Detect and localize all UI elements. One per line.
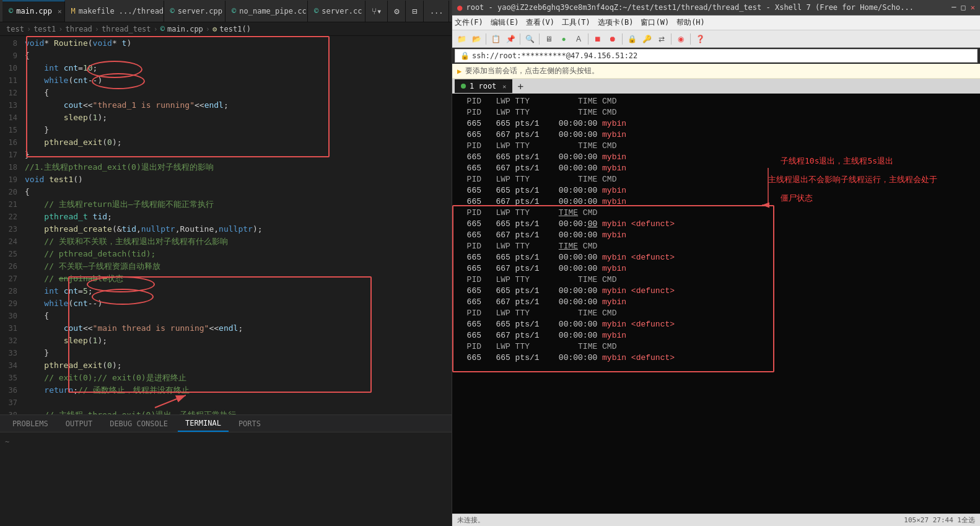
maximize-button[interactable]: □ <box>961 3 966 12</box>
bottom-panel: PROBLEMS OUTPUT DEBUG CONSOLE TERMINAL P… <box>0 414 452 526</box>
tab-problems[interactable]: PROBLEMS <box>5 416 56 432</box>
tab-git-icon[interactable]: ⑂▾ <box>365 1 388 22</box>
code-line-34: 34 pthread_exit(0); <box>0 359 452 372</box>
terminal-line-header6: PID LWP TTY TIME CMD <box>457 241 975 252</box>
xshell-title: root - yao@iZ2zeb6ghq39ce8m3nf4oqZ:~/tes… <box>466 3 913 12</box>
code-line-24: 24 // 关联和不关联，主线程退出对子线程有什么影响 <box>0 235 452 248</box>
code-line-23: 23 pthread_create(&tid,nullptr,Routine,n… <box>0 223 452 235</box>
code-line-27: 27 // enjoinable状态 <box>0 273 452 285</box>
xshell-tab-label: 1 root <box>470 82 496 90</box>
menu-file[interactable]: 文件(F) <box>455 17 483 28</box>
xshell-titlebar: ● root - yao@iZ2zeb6ghq39ce8m3nf4oqZ:~/t… <box>452 0 980 15</box>
xshell-add-tab[interactable]: + <box>514 81 527 92</box>
code-line-38: 38 // 主线程 thread exit(0)退出，子线程正常执行 <box>0 409 452 414</box>
code-line-17: 17 } <box>0 149 452 161</box>
cc-icon2: © <box>314 7 318 15</box>
toolbar-font[interactable]: A <box>572 32 585 46</box>
terminal-line-5: 665 665 pts/1 00:00:00 mybin <box>457 185 975 196</box>
cc-icon: © <box>232 7 236 15</box>
close-button[interactable]: ✕ <box>971 3 975 12</box>
tab-no-name-pipe[interactable]: © no_name_pipe.cc <box>225 1 308 22</box>
toolbar-record[interactable]: ⏺ <box>606 32 619 46</box>
toolbar-search[interactable]: 🔍 <box>523 32 536 46</box>
tip-text: 要添加当前会话，点击左侧的箭头按钮。 <box>465 66 599 76</box>
terminal-placeholder: ~ <box>5 437 9 446</box>
tab-terminal[interactable]: TERMINAL <box>178 416 229 432</box>
tab-output[interactable]: OUTPUT <box>58 416 100 432</box>
terminal-line-header7: PID LWP TTY TIME CMD <box>457 274 975 286</box>
code-line-13: 13 cout<<"thread_1 is running"<<endl; <box>0 99 452 112</box>
menu-help[interactable]: 帮助(H) <box>676 17 705 28</box>
xshell-toolbar: 📁 📂 📋 📌 🔍 🖥 ● A ⏹ ⏺ 🔒 🔑 ⇄ ◉ <box>452 30 980 48</box>
code-line-37: 37 <box>0 397 452 409</box>
code-line-33: 33 } <box>0 347 452 359</box>
tab-split[interactable]: ⊟ <box>406 1 424 22</box>
toolbar-help[interactable]: ❓ <box>693 32 707 46</box>
terminal-line-3: 665 665 pts/1 00:00:00 mybin <box>457 152 975 163</box>
xshell-tab-root[interactable]: 1 root ✕ <box>455 79 512 93</box>
code-line-28: 28 int cnt=5; <box>0 285 452 297</box>
toolbar-open[interactable]: 📂 <box>470 32 483 46</box>
tab-more-left[interactable]: ... <box>424 1 449 22</box>
tab-server-cpp[interactable]: © server.cpp <box>164 1 226 22</box>
xshell-status-left: 未连接。 <box>457 515 484 525</box>
xshell-statusbar: 未连接。 105×27 27:44 1全选 <box>452 514 980 526</box>
minimize-button[interactable]: ─ <box>952 3 956 12</box>
code-line-12: 12 { <box>0 87 452 99</box>
toolbar-lock[interactable]: 🔒 <box>625 32 639 46</box>
connection-status-dot <box>461 84 466 89</box>
tab-settings[interactable]: ⚙ <box>388 1 406 22</box>
menu-view[interactable]: 查看(V) <box>526 17 554 28</box>
toolbar-sep4 <box>588 33 588 45</box>
terminal-output[interactable]: PID LWP TTY TIME CMD PID LWP TTY TIME CM… <box>452 94 980 514</box>
tab-makefile-left[interactable]: M makefile .../thread <box>65 1 164 22</box>
menu-tab[interactable]: 选项卡(B) <box>598 17 634 28</box>
toolbar-sep7 <box>690 33 691 45</box>
xshell-status-right: 105×27 27:44 1全选 <box>904 515 975 525</box>
xshell-app-icon: ● <box>457 2 462 12</box>
toolbar-key[interactable]: 🔑 <box>640 32 654 46</box>
menu-window[interactable]: 窗口(W) <box>641 17 669 28</box>
terminal-line-header3: PID LWP TTY TIME CMD <box>457 141 975 152</box>
terminal-line-header5: PID LWP TTY TIME CMD <box>457 208 975 219</box>
code-line-21: 21 // 主线程return退出—子线程能不能正常执行 <box>0 198 452 211</box>
code-line-16: 16 pthread_exit(0); <box>0 136 452 149</box>
terminal-line-13: 665 665 pts/1 00:00:00 mybin <defunct> <box>457 319 975 330</box>
toolbar-color[interactable]: ● <box>557 32 571 46</box>
toolbar-transfer[interactable]: ⇄ <box>655 32 668 46</box>
code-line-32: 32 sleep(1); <box>0 335 452 347</box>
close-tab-icon[interactable]: ✕ <box>58 7 62 15</box>
terminal-line-12: 665 667 pts/1 00:00:00 mybin <box>457 297 975 308</box>
toolbar-monitor[interactable]: 🖥 <box>542 32 556 46</box>
toolbar-options[interactable]: ◉ <box>674 32 688 46</box>
tab-server-cc[interactable]: © server.cc <box>308 1 365 22</box>
code-line-31: 31 cout<<"main thread is running"<<endl; <box>0 322 452 335</box>
terminal-line-7: 665 665 pts/1 00:00:00 mybin <defunct> <box>457 219 975 230</box>
toolbar-stop[interactable]: ⏹ <box>591 32 605 46</box>
tab-ports[interactable]: PORTS <box>231 416 268 432</box>
terminal-line-2: 665 667 pts/1 00:00:00 mybin <box>457 129 975 141</box>
toolbar-copy[interactable]: 📋 <box>489 32 502 46</box>
code-editor: 8 void* Routine(void* t) 9 { 10 int cnt=… <box>0 37 452 414</box>
terminal-line-14: 665 667 pts/1 00:00:00 mybin <box>457 330 975 341</box>
terminal-line-header2: PID LWP TTY TIME CMD <box>457 107 975 118</box>
terminal-line-header1: PID LWP TTY TIME CMD <box>457 96 975 107</box>
code-line-10: 10 int cnt=10; <box>0 62 452 74</box>
toolbar-paste[interactable]: 📌 <box>504 32 517 46</box>
lock-icon: 🔒 <box>460 51 470 60</box>
terminal-line-10: 665 667 pts/1 00:00:00 mybin <box>457 263 975 274</box>
xshell-tab-close[interactable]: ✕ <box>502 83 506 90</box>
tab-debug-console[interactable]: DEBUG CONSOLE <box>102 416 175 432</box>
menu-edit[interactable]: 编辑(E) <box>491 17 519 28</box>
bottom-tab-bar: PROBLEMS OUTPUT DEBUG CONSOLE TERMINAL P… <box>0 415 452 432</box>
terminal-line-15: 665 665 pts/1 00:00:00 mybin <defunct> <box>457 353 975 364</box>
xshell-window: ● root - yao@iZ2zeb6ghq39ce8m3nf4oqZ:~/t… <box>452 0 980 526</box>
toolbar-new[interactable]: 📁 <box>455 32 468 46</box>
toolbar-sep1 <box>486 33 486 45</box>
terminal-line-9: 665 665 pts/1 00:00:00 mybin <defunct> <box>457 252 975 263</box>
tab-main-cpp-left[interactable]: © main.cpp ✕ <box>2 1 65 22</box>
terminal-line-header4: PID LWP TTY TIME CMD <box>457 174 975 185</box>
code-line-20: 20 { <box>0 186 452 198</box>
menu-tools[interactable]: 工具(T) <box>562 17 590 28</box>
tab-bar-left: © main.cpp ✕ M makefile .../thread © ser… <box>0 0 452 22</box>
